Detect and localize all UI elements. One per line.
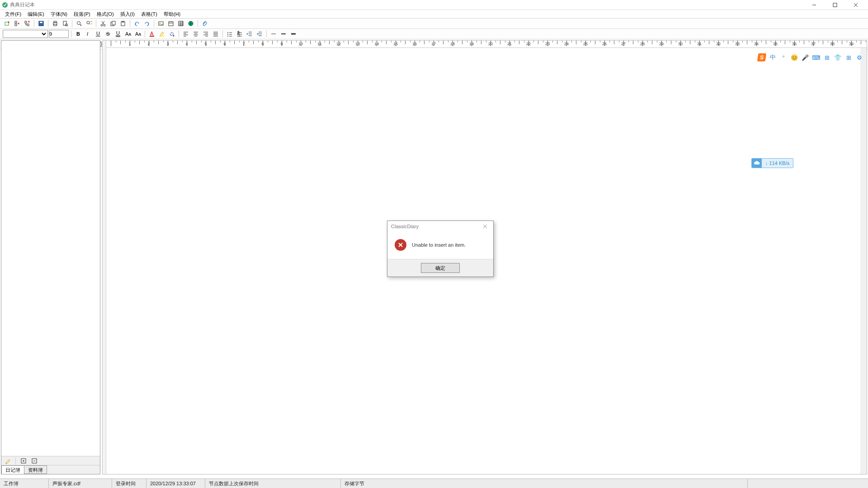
hyperlink-button[interactable] [186,19,195,28]
close-button[interactable] [845,0,866,9]
highlight-icon [159,31,165,37]
grid-collapse-button[interactable] [30,456,39,465]
ime-item-4[interactable]: ⌨ [812,53,820,61]
redo-button[interactable] [142,19,151,28]
hr-med-icon [280,31,287,37]
menu-item-1[interactable]: 编辑(E) [24,10,47,18]
tree-view[interactable] [1,41,100,456]
side-tab-1[interactable]: 资料簿 [24,465,47,474]
font-family-select[interactable] [3,30,48,38]
dialog-message: Unable to insert an item. [412,242,466,248]
hr-thin-button[interactable] [269,29,278,38]
ime-item-2[interactable]: 😊 [790,53,798,61]
align-left-button[interactable] [181,29,190,38]
add-child-button[interactable] [23,19,32,28]
dialog-close-button[interactable] [481,222,490,231]
svg-text:A: A [150,31,154,36]
error-dialog: ClassicDiary Unable to insert an item. 确… [387,221,494,277]
menu-item-7[interactable]: 帮助(H) [160,10,184,18]
bullets-button[interactable] [225,29,234,38]
underline-button[interactable]: U [94,29,103,38]
svg-rect-24 [122,21,124,22]
align-center-button[interactable] [191,29,200,38]
save-button[interactable] [37,19,46,28]
undo-button[interactable] [132,19,142,28]
ime-item-5[interactable]: ⊞ [823,53,831,61]
svg-text:U: U [96,31,100,36]
menu-item-5[interactable]: 插入(I) [117,10,138,18]
dialog-title: ClassicDiary [391,224,419,229]
svg-point-43 [227,36,228,37]
toolbar-standard [0,19,868,29]
attachment-button[interactable] [200,19,209,28]
align-justify-button[interactable] [211,29,220,38]
find-replace-button[interactable] [85,19,94,28]
ime-item-7[interactable]: ⊞ [844,53,853,61]
status-cell-3: 2020/12/29 13:33:07 [146,479,205,488]
hr-med-button[interactable] [279,29,288,38]
strike-icon: S [105,31,111,37]
side-tab-0[interactable]: 日记簿 [1,465,24,474]
ime-item-3[interactable]: 🎤 [801,53,809,61]
ime-item-1[interactable]: ° [779,53,788,61]
dialog-titlebar[interactable]: ClassicDiary [387,221,493,232]
outdent-icon [246,31,253,37]
table-button[interactable] [176,19,185,28]
ime-item-6[interactable]: 👕 [834,53,842,61]
status-cell-2: 登录时间 [112,479,146,488]
ok-button[interactable]: 确定 [421,263,460,273]
indent-button[interactable] [255,29,264,38]
ime-item-0[interactable]: 中 [769,53,777,61]
new-node-button[interactable] [3,19,12,28]
smallcaps-button[interactable]: Aᴀ [133,29,142,38]
menu-item-0[interactable]: 文件(F) [2,10,24,18]
ime-logo-icon[interactable]: S [757,53,767,61]
cut-button[interactable] [99,19,108,28]
svg-text:I: I [87,31,88,37]
toolbar-formatting: BIUSUAᴀAAᴀ A 123 [0,29,868,39]
add-sibling-button[interactable] [13,19,22,28]
menu-item-2[interactable]: 字体(N) [47,10,71,18]
find-button[interactable] [75,19,84,28]
menu-item-3[interactable]: 段落(P) [71,10,94,18]
minimize-button[interactable] [804,0,825,9]
grid-expand-button[interactable] [19,456,28,465]
menu-item-4[interactable]: 格式(O) [94,10,117,18]
copy-button[interactable] [108,19,118,28]
vertical-scrollbar[interactable] [860,48,867,474]
hr-thick-button[interactable] [289,29,298,38]
svg-rect-13 [54,21,57,23]
ime-item-8[interactable]: ⚙ [855,53,863,61]
bold-button[interactable]: B [74,29,83,38]
italic-button[interactable]: I [84,29,93,38]
numbering-button[interactable]: 123 [235,29,244,38]
date-button[interactable] [166,19,175,28]
font-color-button[interactable]: A [147,29,156,38]
svg-rect-27 [169,22,173,26]
highlight-button[interactable] [157,29,166,38]
align-center-icon [193,31,199,37]
uppercase-button[interactable]: AᴀA [123,29,132,38]
network-speed-widget[interactable]: ↓ 114 KB/s [751,158,793,168]
horizontal-ruler[interactable]: 1234567891011121314151617181920212223242… [106,41,867,48]
print-preview-button[interactable] [61,19,70,28]
pencil-button[interactable] [3,456,12,465]
paste-button[interactable] [118,19,127,28]
double-underline-button[interactable]: U [113,29,123,38]
align-right-button[interactable] [201,29,210,38]
maximize-button[interactable] [825,0,845,9]
side-panel: 日记簿资料簿 [1,40,100,474]
side-tabs: 日记簿资料簿 [1,465,100,474]
bullets-icon [226,31,233,37]
menu-item-6[interactable]: 表格(T) [138,10,160,18]
font-size-input[interactable] [49,30,69,38]
underline-icon: U [95,31,101,37]
vertical-ruler[interactable] [103,41,106,474]
background-fill-button[interactable] [167,29,176,38]
outdent-button[interactable] [245,29,254,38]
print-button[interactable] [51,19,60,28]
svg-rect-2 [833,3,837,7]
image-button[interactable] [156,19,165,28]
svg-rect-38 [150,36,154,37]
strike-button[interactable]: S [104,29,113,38]
